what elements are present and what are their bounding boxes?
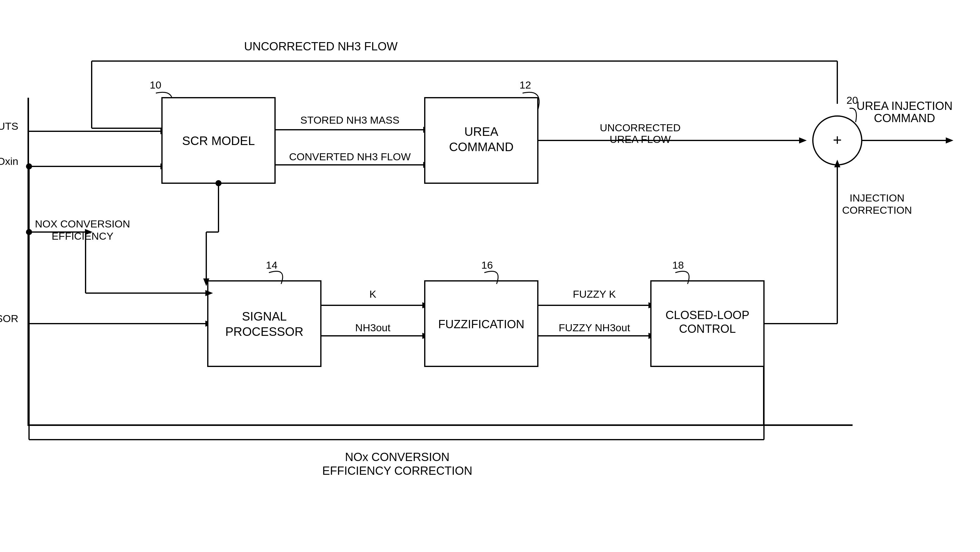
ref-14: 14: [266, 259, 277, 271]
junction-dot-noxin: [26, 163, 32, 170]
ref-10: 10: [150, 79, 161, 91]
svg-marker-17: [799, 137, 807, 143]
nox-conv-eff-corr-line2: EFFICIENCY CORRECTION: [322, 465, 472, 477]
fuzzy-k-label: FUZZY K: [573, 288, 616, 300]
nox-conv-eff-corr-line1: NOx CONVERSION: [345, 450, 450, 463]
scr-model-label: SCR MODEL: [182, 134, 255, 148]
plus-sign: +: [833, 131, 842, 148]
signal-proc-line1: SIGNAL: [242, 309, 287, 323]
uncorrected-urea-label: UNCORRECTED: [600, 122, 681, 133]
uncorrected-urea-label2: UREA FLOW: [609, 133, 671, 145]
noxin-label: NOxin: [0, 155, 18, 167]
urea-cmd-line2: COMMAND: [449, 140, 513, 154]
svg-rect-0: [27, 424, 853, 426]
closed-loop-line1: CLOSED-LOOP: [665, 309, 749, 322]
converted-nh3-label: CONVERTED NH3 FLOW: [289, 151, 411, 162]
signal-processor-block: [208, 281, 321, 366]
ref-18: 18: [672, 259, 684, 271]
diagram-container: UNCORRECTED NH3 FLOW 10 12 MODEL INPUTS …: [0, 0, 980, 552]
svg-marker-19: [946, 137, 953, 143]
urea-cmd-line1: UREA: [464, 125, 498, 138]
urea-injection-line2: COMMAND: [874, 112, 935, 125]
fuzzy-nh3out-label: FUZZY NH3out: [558, 322, 630, 333]
k-label: K: [369, 288, 377, 300]
urea-injection-line1: UREA INJECTION: [856, 100, 953, 113]
junction-dot-left: [26, 229, 32, 235]
nox-conv-eff-line1: NOX CONVERSION: [35, 218, 130, 230]
injection-corr-line1: INJECTION: [850, 192, 904, 204]
fuzzification-label: FUZZIFICATION: [438, 318, 524, 331]
diagram-svg: UNCORRECTED NH3 FLOW 10 12 MODEL INPUTS …: [0, 0, 980, 552]
uncorrected-nh3-label: UNCORRECTED NH3 FLOW: [244, 40, 398, 53]
signal-proc-line2: PROCESSOR: [225, 325, 304, 338]
injection-corr-line2: CORRECTION: [842, 204, 912, 216]
ref-12: 12: [520, 79, 531, 91]
stored-nh3-label: STORED NH3 MASS: [301, 114, 399, 126]
closed-loop-line2: CONTROL: [679, 322, 736, 335]
nox-sensor-label: NOx SENSOR: [0, 312, 18, 324]
nh3out-label: NH3out: [355, 322, 391, 333]
model-inputs-label: MODEL INPUTS: [0, 120, 18, 132]
ref-16: 16: [481, 259, 493, 271]
junction-scr-down: [215, 180, 221, 186]
